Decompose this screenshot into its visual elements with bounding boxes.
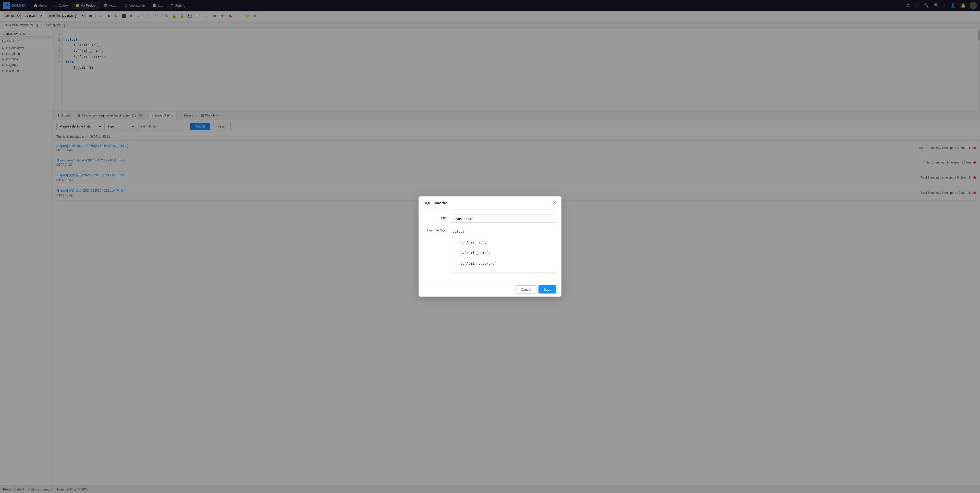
modal-title: SQL Favorite [424, 201, 447, 205]
title-row: Title [424, 215, 556, 223]
title-label: Title [424, 215, 447, 220]
modal-header: SQL Favorite ✕ [418, 196, 562, 209]
modal-close-button[interactable]: ✕ [552, 201, 556, 205]
title-input[interactable] [450, 215, 556, 223]
save-button[interactable]: Save [538, 285, 556, 294]
modal-overlay: SQL Favorite ✕ Title Favorite SQL select… [0, 0, 980, 493]
modal-body: Title Favorite SQL select t.`Admin_id`, … [418, 209, 562, 282]
cancel-button[interactable]: Cancel [515, 285, 536, 294]
modal-footer: Cancel Save [418, 282, 562, 297]
sql-label: Favorite SQL [424, 227, 447, 232]
sql-row: Favorite SQL select t.`Admin_id`, t.`Adm… [424, 227, 556, 273]
sql-textarea[interactable]: select t.`Admin_id`, t.`Admin_name`, t.`… [450, 227, 556, 273]
sql-favorite-modal: SQL Favorite ✕ Title Favorite SQL select… [418, 196, 562, 297]
